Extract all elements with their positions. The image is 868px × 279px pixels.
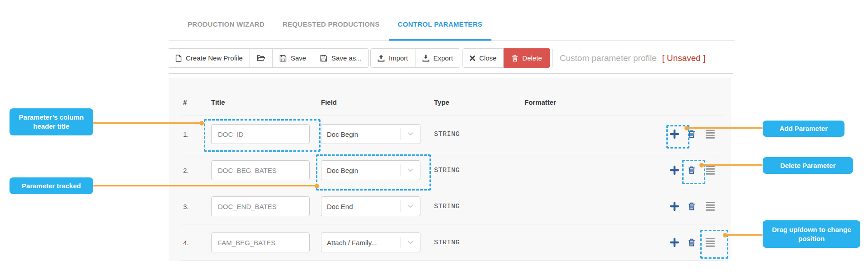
connector-dot xyxy=(315,184,319,188)
connector-line xyxy=(702,164,763,166)
add-parameter-button[interactable] xyxy=(670,165,679,175)
create-new-profile-label: Create New Profile xyxy=(186,54,243,62)
export-button[interactable]: Export xyxy=(415,49,460,67)
chevron-down-icon xyxy=(401,205,420,208)
profile-button-group: Create New Profile Save Save as... xyxy=(168,48,369,68)
callout-delete-parameter: Delete Parameter xyxy=(763,157,853,174)
create-new-profile-button[interactable]: Create New Profile xyxy=(168,49,250,67)
field-select[interactable]: Attach / Family... xyxy=(321,232,420,252)
control-parameters-screen: PRODUCTION WIZARD REQUESTED PRODUCTIONS … xyxy=(0,0,868,279)
import-label: Import xyxy=(389,54,408,62)
table-row: 1. Doc Begin STRING xyxy=(0,116,868,152)
import-button[interactable]: Import xyxy=(371,49,415,67)
delete-label: Delete xyxy=(522,54,542,62)
table-row: 3. Doc End STRING xyxy=(0,188,868,224)
connector-dot xyxy=(684,126,689,130)
delete-profile-button[interactable]: Delete xyxy=(504,48,549,68)
column-header-title: Title xyxy=(211,98,225,106)
title-input[interactable] xyxy=(211,196,310,216)
delete-parameter-button[interactable] xyxy=(688,202,695,210)
unsaved-badge: [ Unsaved ] xyxy=(662,53,705,63)
row-number: 4. xyxy=(183,224,189,260)
callout-drag-position: Drag up/down to change position xyxy=(763,220,860,248)
export-label: Export xyxy=(434,54,453,62)
add-parameter-button[interactable] xyxy=(670,201,679,211)
type-value: STRING xyxy=(434,116,460,152)
tab-requested-productions[interactable]: REQUESTED PRODUCTIONS xyxy=(274,8,389,40)
connector-dot xyxy=(199,121,204,126)
toolbar-rule xyxy=(169,73,733,74)
save-button[interactable]: Save xyxy=(273,49,313,67)
drag-handle[interactable] xyxy=(706,166,715,175)
delete-parameter-button[interactable] xyxy=(688,238,695,246)
file-icon xyxy=(175,55,182,62)
table-row: 4. Attach / Family... STRING xyxy=(0,224,868,260)
row-separator xyxy=(181,260,723,260)
upload-icon xyxy=(377,55,385,62)
callout-add-parameter: Add Parameter xyxy=(763,121,844,137)
add-parameter-button[interactable] xyxy=(670,237,679,247)
save-as-label: Save as... xyxy=(331,54,362,62)
field-select-value: Doc Begin xyxy=(321,130,401,138)
download-icon xyxy=(422,55,429,62)
transfer-button-group: Import Export xyxy=(370,48,460,68)
field-select[interactable]: Doc Begin xyxy=(321,124,420,144)
column-header-type: Type xyxy=(434,98,449,106)
save-label: Save xyxy=(291,54,306,62)
close-button[interactable]: Close xyxy=(463,49,504,67)
connector-line xyxy=(687,127,763,129)
column-header-num: # xyxy=(183,98,187,106)
toolbar-divider xyxy=(552,49,553,67)
title-input[interactable] xyxy=(211,232,310,252)
x-icon xyxy=(470,56,475,61)
tab-production-wizard[interactable]: PRODUCTION WIZARD xyxy=(179,8,274,40)
close-label: Close xyxy=(479,54,496,62)
open-profile-button[interactable] xyxy=(250,49,273,67)
connector-line xyxy=(726,234,763,236)
field-select-value: Doc End xyxy=(321,203,401,210)
floppy-icon xyxy=(320,55,327,62)
profile-name-label: Custom parameter profile xyxy=(560,53,656,63)
folder-open-icon xyxy=(257,55,265,61)
title-input[interactable] xyxy=(211,160,310,180)
tab-control-parameters[interactable]: CONTROL PARAMETERS xyxy=(389,8,491,40)
connector-line xyxy=(93,122,201,124)
floppy-icon xyxy=(279,55,287,62)
table-row: 2. Doc Begin STRING xyxy=(0,152,868,188)
trash-icon xyxy=(512,55,518,62)
connector-dot xyxy=(699,163,704,167)
field-select[interactable]: Doc End xyxy=(321,196,420,216)
type-value: STRING xyxy=(434,152,460,188)
type-value: STRING xyxy=(434,224,460,260)
row-number: 2. xyxy=(183,152,189,188)
row-number: 1. xyxy=(183,116,189,152)
row-number: 3. xyxy=(183,188,189,224)
column-header-formatter: Formatter xyxy=(524,98,556,106)
type-value: STRING xyxy=(434,188,460,224)
connector-line xyxy=(93,185,316,186)
chevron-down-icon xyxy=(401,132,420,136)
drag-handle[interactable] xyxy=(706,130,715,139)
highlight-box-title-input xyxy=(204,119,321,152)
connector-dot xyxy=(723,233,727,237)
chevron-down-icon xyxy=(401,241,420,244)
close-delete-button-group: Close Delete xyxy=(462,48,550,68)
drag-handle[interactable] xyxy=(706,202,715,211)
highlight-box-field-select xyxy=(316,154,431,191)
profile-status-area: Custom parameter profile [ Unsaved ] xyxy=(560,48,705,68)
column-header-field: Field xyxy=(321,98,337,106)
field-select-value: Attach / Family... xyxy=(321,239,401,246)
save-as-button[interactable]: Save as... xyxy=(313,49,368,67)
callout-column-header-title: Parameter’s column header title xyxy=(9,108,93,135)
tab-bar: PRODUCTION WIZARD REQUESTED PRODUCTIONS … xyxy=(169,8,735,41)
callout-parameter-tracked: Parameter tracked xyxy=(9,177,93,194)
